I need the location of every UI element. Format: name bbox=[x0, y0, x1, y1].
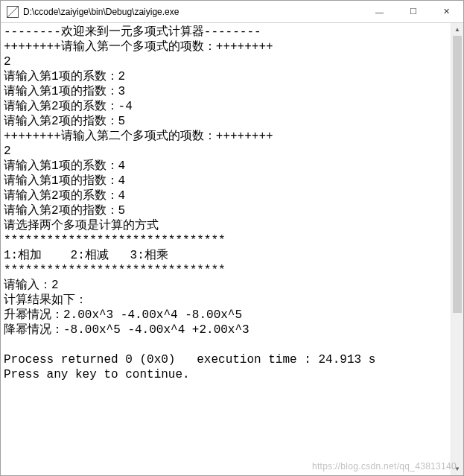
console-body: --------欢迎来到一元多项式计算器--------++++++++请输入第… bbox=[1, 23, 463, 475]
console-line: ++++++++请输入第二个多项式的项数：++++++++ bbox=[4, 129, 448, 144]
scrollbar-thumb[interactable] bbox=[453, 36, 462, 313]
console-line: 请输入第1项的指数：4 bbox=[4, 174, 448, 188]
console-line: 请选择两个多项是计算的方式 bbox=[4, 218, 448, 233]
console-line: 请输入第2项的指数：5 bbox=[4, 114, 448, 129]
console-line: 降幂情况：-8.00x^5 -4.00x^4 +2.00x^3 bbox=[4, 323, 448, 337]
console-line bbox=[4, 382, 448, 397]
console-line: 计算结果如下： bbox=[4, 293, 448, 308]
console-line: 请输入第1项的系数：2 bbox=[4, 69, 448, 84]
minimize-button[interactable]: — bbox=[363, 1, 396, 22]
console-line bbox=[4, 337, 448, 352]
console-line: 升幂情况：2.00x^3 -4.00x^4 -8.00x^5 bbox=[4, 308, 448, 323]
console-line: 请输入第2项的指数：5 bbox=[4, 203, 448, 218]
console-line: 请输入第2项的系数：-4 bbox=[4, 99, 448, 114]
close-button[interactable]: ✕ bbox=[430, 1, 463, 22]
console-line: 1:相加 2:相减 3:相乘 bbox=[4, 248, 448, 263]
console-line: 请输入第1项的指数：3 bbox=[4, 84, 448, 99]
window-title: D:\ccode\zaiyige\bin\Debug\zaiyige.exe bbox=[23, 7, 363, 17]
console-line: 请输入第2项的系数：4 bbox=[4, 188, 448, 203]
console-line: ++++++++请输入第一个多项式的项数：++++++++ bbox=[4, 39, 448, 54]
console-line: ******************************* bbox=[4, 263, 448, 278]
app-icon bbox=[7, 6, 19, 18]
console-line: 请输入：2 bbox=[4, 278, 448, 293]
console-window: D:\ccode\zaiyige\bin\Debug\zaiyige.exe —… bbox=[0, 0, 464, 476]
console-line: ******************************* bbox=[4, 233, 448, 248]
scrollbar-track[interactable] bbox=[451, 36, 463, 463]
vertical-scrollbar[interactable]: ▲ ▼ bbox=[451, 23, 463, 475]
console-line: 2 bbox=[4, 144, 448, 159]
watermark-text: https://blog.csdn.net/qq_43813140 bbox=[312, 461, 457, 472]
console-line: --------欢迎来到一元多项式计算器-------- bbox=[4, 25, 448, 39]
titlebar[interactable]: D:\ccode\zaiyige\bin\Debug\zaiyige.exe —… bbox=[1, 1, 463, 23]
console-line: Process returned 0 (0x0) execution time … bbox=[4, 352, 448, 367]
console-line: 请输入第1项的系数：4 bbox=[4, 159, 448, 174]
console-line: 2 bbox=[4, 54, 448, 69]
console-output[interactable]: --------欢迎来到一元多项式计算器--------++++++++请输入第… bbox=[1, 23, 451, 475]
window-controls: — ☐ ✕ bbox=[363, 1, 463, 22]
console-line: Press any key to continue. bbox=[4, 367, 448, 382]
scroll-up-button[interactable]: ▲ bbox=[451, 23, 463, 36]
maximize-button[interactable]: ☐ bbox=[396, 1, 430, 22]
